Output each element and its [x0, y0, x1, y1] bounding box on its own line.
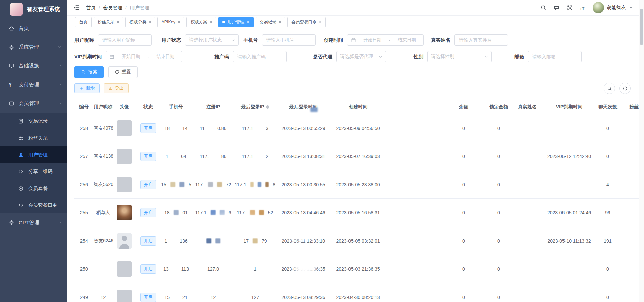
- chevron-down-icon: [484, 55, 488, 59]
- add-button[interactable]: 新增: [74, 83, 100, 93]
- caret-down-icon: [629, 6, 633, 10]
- email-input[interactable]: [532, 54, 578, 60]
- search-button[interactable]: 搜索: [74, 66, 104, 78]
- censor-mosaic: [208, 182, 213, 187]
- cell-status: 开启: [136, 283, 160, 302]
- cell-status: 开启: [136, 114, 160, 142]
- close-icon[interactable]: ×: [210, 20, 212, 24]
- censored-value: 1: [235, 266, 275, 272]
- censored-value: 1136: [161, 238, 192, 244]
- censored-value: 12: [192, 295, 234, 300]
- close-icon[interactable]: ×: [178, 20, 180, 24]
- agent-select[interactable]: 请选择是否代理: [336, 51, 386, 62]
- cell-text: 0: [497, 125, 500, 131]
- sidebar-item-trade[interactable]: 交易记录: [0, 113, 67, 130]
- menu-fold-icon[interactable]: [73, 4, 80, 11]
- sidebar-item-package-code[interactable]: 会员套餐口令: [0, 197, 67, 213]
- font-size-icon[interactable]: TT: [580, 5, 586, 11]
- nickname-input[interactable]: [102, 37, 148, 43]
- fullscreen-icon[interactable]: [567, 5, 573, 11]
- sidebar-item-infra[interactable]: 基础设施: [0, 56, 67, 75]
- cell-status: 开启: [136, 199, 160, 227]
- reset-button[interactable]: 重置: [108, 66, 138, 78]
- search-icon[interactable]: [540, 5, 547, 11]
- sidebar-item-share-qr[interactable]: 分享二维码: [0, 163, 67, 180]
- tab-users[interactable]: 用户管理×: [218, 17, 253, 27]
- cell-balance: 0: [440, 227, 487, 255]
- value-fragment: 127.0: [207, 266, 219, 272]
- filter-label: 真实姓名: [431, 37, 450, 43]
- sort-caret[interactable]: [266, 105, 269, 109]
- sidebar-item-fans[interactable]: 粉丝关系: [0, 130, 67, 146]
- censor-mosaic: [259, 210, 264, 215]
- cell-text: 0: [497, 182, 500, 187]
- gender-select[interactable]: 请选择性别: [427, 51, 492, 62]
- sidebar-item-home[interactable]: 首页: [0, 19, 67, 38]
- cell-created: 2023-04-30 08:20:13: [331, 283, 440, 302]
- promo-input[interactable]: [237, 54, 283, 60]
- realname-input[interactable]: [458, 37, 504, 43]
- tab-package-code[interactable]: 会员套餐口令×: [287, 17, 326, 27]
- cell-locked: 0: [487, 170, 511, 199]
- filter-label: 性别: [414, 54, 423, 60]
- sidebar-item-member[interactable]: 会员管理: [0, 94, 67, 113]
- close-icon[interactable]: ×: [279, 20, 281, 24]
- table-refresh-button[interactable]: [619, 83, 631, 94]
- tab-label: 用户管理: [227, 19, 244, 25]
- cell-vip_expire: 2023-05-10 11:13:32: [544, 227, 594, 255]
- sidebar-item-system[interactable]: 系统管理: [0, 38, 67, 56]
- close-icon[interactable]: ×: [117, 20, 119, 24]
- cell-text: 2023-06-12 12:42:40: [547, 154, 591, 159]
- tab-template-category[interactable]: 模板分类×: [125, 17, 155, 27]
- cell-locked: 0: [487, 114, 511, 142]
- export-button[interactable]: 导出: [104, 83, 129, 93]
- cell-text: 0: [462, 266, 465, 272]
- value-fragment: 113: [181, 266, 189, 272]
- message-icon[interactable]: [553, 5, 560, 11]
- page-scrollbar[interactable]: [639, 0, 644, 302]
- close-icon[interactable]: ×: [319, 20, 322, 24]
- created-daterange[interactable]: 开始日期-结束日期: [347, 34, 424, 46]
- cell-text: 249: [80, 295, 88, 300]
- tab-home[interactable]: 首页: [75, 17, 92, 27]
- value-fragment: 117.1: [195, 210, 207, 215]
- page-content: 用户昵称用户状态请选择用户状态手机号创建时间开始日期-结束日期真实姓名 VIP到…: [67, 29, 644, 302]
- sidebar-item-gpt[interactable]: GPT管理: [0, 213, 67, 232]
- search-icon: [607, 86, 612, 91]
- cell-vip_expire: [544, 283, 594, 302]
- vip-expire-daterange[interactable]: 开始日期-结束日期: [106, 51, 182, 62]
- table-header-row: 编号用户昵称头像状态手机号注册IP最后登录IP最后登录时间创建时间余额锁定金额真…: [74, 100, 644, 114]
- sidebar-nav: 首页系统管理基础设施¥支付管理会员管理交易记录粉丝关系用户管理分享二维码会员套餐…: [0, 19, 67, 232]
- tab-label: 粉丝关系: [98, 19, 114, 25]
- table-search-button[interactable]: [604, 83, 615, 94]
- sidebar-item-package[interactable]: 会员套餐: [0, 180, 67, 197]
- cell-text: 0: [497, 238, 500, 244]
- close-icon[interactable]: ×: [149, 20, 151, 24]
- sidebar: 智友管理系统 首页系统管理基础设施¥支付管理会员管理交易记录粉丝关系用户管理分享…: [0, 0, 67, 302]
- column-header-reg_ip: 注册IP: [192, 100, 234, 114]
- value-fragment: 18: [164, 125, 170, 131]
- table-row: 255稻草人开启1801117.16117.522023-05-13 04:46…: [74, 199, 644, 227]
- value-fragment: 117.: [237, 210, 246, 215]
- filter-field-phone: 手机号: [243, 34, 324, 46]
- breadcrumb-item[interactable]: 首页: [86, 5, 96, 11]
- cell-locked: 0: [487, 283, 511, 302]
- phone-input[interactable]: [266, 37, 312, 43]
- sidebar-item-label: 首页: [19, 25, 29, 32]
- active-tab-dot: [222, 21, 225, 23]
- status-badge: 开启: [140, 264, 156, 274]
- tab-trade[interactable]: 交易记录×: [256, 17, 285, 27]
- avatar: [117, 233, 132, 249]
- user-menu[interactable]: 萌能智友: [593, 2, 633, 13]
- sidebar-item-payment[interactable]: ¥支付管理: [0, 75, 67, 94]
- value-fragment: 79: [262, 238, 267, 244]
- tab-fans[interactable]: 粉丝关系×: [94, 17, 123, 27]
- status-select[interactable]: 请选择用户状态: [185, 34, 239, 46]
- close-icon[interactable]: ×: [247, 20, 249, 24]
- tab-template-plan[interactable]: 模板方案×: [186, 17, 216, 27]
- breadcrumb-item[interactable]: 会员管理: [103, 5, 122, 11]
- censored-value: 117.72: [192, 182, 234, 187]
- scrollbar-thumb[interactable]: [640, 9, 643, 45]
- sidebar-item-users[interactable]: 用户管理: [0, 146, 67, 163]
- tab-apikey[interactable]: APIKey×: [157, 17, 184, 27]
